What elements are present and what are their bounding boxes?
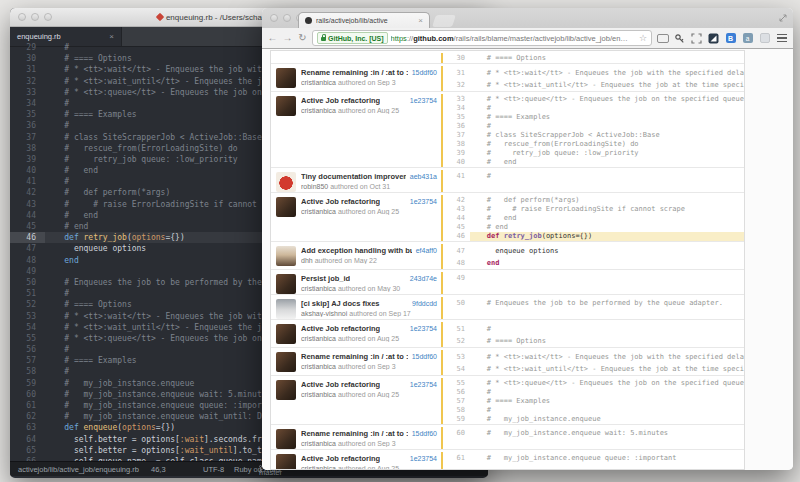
zoom-button[interactable] [44,13,52,21]
github-line-number[interactable]: 46 [443,232,470,241]
commit-sha-link[interactable]: 243d74e [410,275,437,282]
commit-sha-link[interactable]: 1e23754 [410,97,437,104]
avatar[interactable] [276,246,296,266]
close-button[interactable] [270,14,278,22]
extension-translate-icon[interactable]: a [741,32,754,45]
fullscreen-icon[interactable] [779,14,787,22]
status-cursor-position[interactable]: 46,3 [151,465,166,474]
github-line-number[interactable]: 50 [443,298,470,308]
commit-message-link[interactable]: Active Job refactoring [301,197,380,206]
commit-sha-link[interactable]: aeb431a [410,173,437,180]
chrome-tab-strip[interactable]: rails/activejob/lib/active_ × [262,8,793,28]
commit-author-name[interactable]: cristianbica [301,440,336,447]
commit-message-link[interactable]: Active Job refactoring [301,454,380,463]
commit-author-name[interactable]: cristianbica [301,335,336,342]
commit-sha-link[interactable]: 1e23754 [410,198,437,205]
commit-author-name[interactable]: dhh [301,257,313,264]
github-line-number[interactable]: 41 [443,171,470,181]
new-tab-button[interactable] [432,15,456,27]
github-line-number[interactable]: 51 [443,323,470,335]
avatar[interactable] [276,274,296,294]
github-line-number[interactable]: 39 [443,149,470,158]
minimize-button[interactable] [31,13,39,21]
avatar[interactable] [276,454,296,470]
commit-message-link[interactable]: Active Job refactoring [301,380,380,389]
ev-certificate-badge[interactable]: GitHub, Inc. [US] [317,32,388,44]
avatar[interactable] [276,68,296,88]
github-line-number[interactable]: 33 [443,95,470,104]
github-line-number[interactable]: 45 [443,223,470,232]
extension-disabled-icon[interactable] [758,32,771,45]
commit-message-link[interactable]: Rename remaining :in / :at to :wait ... [301,352,408,361]
status-encoding[interactable]: UTF-8 [203,465,224,474]
github-line-number[interactable]: 54 [443,363,470,375]
commit-message-link[interactable]: Add exception handling with built-i... [301,246,412,255]
avatar[interactable] [276,172,296,192]
github-line-number[interactable]: 42 [443,196,470,205]
commit-message-link[interactable]: Rename remaining :in / :at to :wait ... [301,68,408,77]
reload-button[interactable]: ↻ [297,33,308,43]
commit-author-name[interactable]: cristianbica [301,391,336,398]
github-line-number[interactable]: 53 [443,351,470,363]
back-button[interactable]: ← [267,33,278,43]
browser-tab[interactable]: rails/activejob/lib/active_ × [298,12,430,28]
commit-sha-link[interactable]: 15ddf60 [412,69,437,76]
github-line-number[interactable]: 49 [443,273,470,283]
commit-author-name[interactable]: cristianbica [301,285,336,292]
github-line-number[interactable]: 56 [443,388,470,397]
commit-message-link[interactable]: Persist job_id [301,274,350,283]
commit-author-name[interactable]: akshay-vishnoi [301,310,347,317]
github-line-number[interactable]: 44 [443,214,470,223]
chrome-menu-icon[interactable] [775,32,788,45]
forward-button[interactable]: → [282,33,293,43]
commit-author-name[interactable]: cristianbica [301,208,336,215]
extension-key-icon[interactable] [673,32,686,45]
github-line-number[interactable]: 31 [443,67,470,79]
github-line-number[interactable]: 32 [443,79,470,91]
commit-sha-link[interactable]: 1e23754 [410,381,437,388]
github-line-number[interactable]: 59 [443,415,470,424]
github-line-number[interactable]: 38 [443,140,470,149]
github-line-number[interactable]: 52 [443,335,470,347]
github-line-number[interactable]: 48 [443,257,470,269]
avatar[interactable] [276,380,296,400]
bookmark-star-icon[interactable]: ☆ [639,33,647,43]
avatar[interactable] [276,429,296,449]
github-line-number[interactable]: 30 [443,54,470,63]
commit-message-link[interactable]: Rename remaining :in / :at to :wait ... [301,429,408,438]
github-line-number[interactable]: 47 [443,245,470,257]
tab-close-icon[interactable]: × [418,17,423,25]
avatar[interactable] [276,299,296,319]
extension-crop-icon[interactable] [690,32,703,45]
github-line-number[interactable]: 40 [443,158,470,167]
commit-sha-link[interactable]: 15ddf60 [412,353,437,360]
avatar[interactable] [276,197,296,217]
avatar[interactable] [276,324,296,344]
avatar[interactable] [276,352,296,372]
github-line-number[interactable]: 37 [443,131,470,140]
commit-sha-link[interactable]: 9fddcdd [412,300,437,307]
commit-sha-link[interactable]: 1e23754 [410,455,437,462]
github-line-number[interactable]: 57 [443,397,470,406]
address-bar[interactable]: GitHub, Inc. [US] https://github.com/rai… [312,30,652,46]
commit-sha-link[interactable]: 15ddf60 [412,430,437,437]
commit-message-link[interactable]: Active Job refactoring [301,324,380,333]
commit-sha-link[interactable]: 1e23754 [410,325,437,332]
avatar[interactable] [276,96,296,116]
commit-message-link[interactable]: [ci skip] AJ docs fixes [301,299,380,308]
commit-message-link[interactable]: Tiny documentation improvements... [301,172,406,181]
minimize-button[interactable] [283,14,291,22]
tab-close-icon[interactable]: × [109,33,114,41]
commit-sha-link[interactable]: ef4aff0 [416,247,437,254]
extension-screenshot-icon[interactable] [656,32,669,45]
commit-author-name[interactable]: cristianbica [301,363,336,370]
commit-author-name[interactable]: robin850 [301,183,328,190]
commit-author-name[interactable]: cristianbica [301,465,336,470]
close-button[interactable] [18,13,26,21]
github-line-number[interactable]: 55 [443,379,470,388]
github-line-number[interactable]: 43 [443,205,470,214]
github-line-number[interactable]: 35 [443,113,470,122]
url-text[interactable]: https://github.com/rails/rails/blame/mas… [391,34,636,43]
commit-message-link[interactable]: Active Job refactoring [301,96,380,105]
github-line-number[interactable]: 34 [443,104,470,113]
